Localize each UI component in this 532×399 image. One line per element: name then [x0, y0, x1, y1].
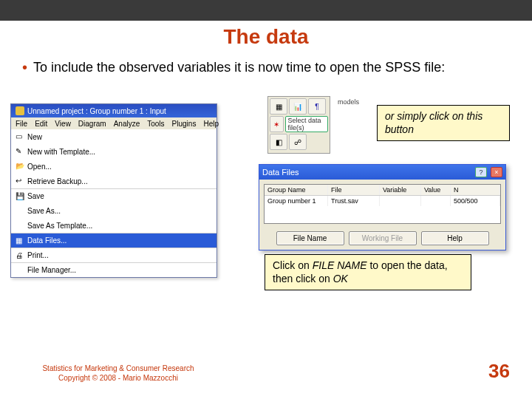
toolbar-button-calc[interactable]: ▦	[270, 98, 287, 115]
cell-value	[421, 196, 451, 206]
list-header: Group Name File Variable Value N	[265, 185, 500, 196]
file-menu-item-new-with-template[interactable]: New with Template...	[11, 144, 216, 159]
cell-n: 500/500	[451, 196, 500, 206]
menu-item-label: Save As...	[27, 207, 216, 215]
bullet-item: • To include the observed variables it i…	[22, 59, 510, 76]
menu-view[interactable]: View	[53, 120, 72, 128]
menu-item-label: Data Files...	[27, 236, 216, 245]
amos-window: Unnamed project : Group number 1 : Input…	[10, 103, 217, 278]
footer-credits: Statistics for Marketing & Consumer Rese…	[22, 364, 214, 383]
menu-item-label: Print...	[27, 251, 216, 259]
ic-print-icon	[13, 251, 27, 260]
callout2-ok: OK	[333, 273, 348, 284]
dialog-help-icon[interactable]: ?	[475, 167, 487, 177]
menu-item-label: Save As Template...	[27, 222, 216, 230]
col-file: File	[328, 185, 380, 195]
ic-new-icon	[13, 132, 27, 141]
menu-plugins[interactable]: Plugins	[171, 120, 198, 128]
menu-item-label: New with Template...	[27, 148, 216, 156]
file-menu-item-file-manager[interactable]: File Manager...	[11, 262, 216, 277]
ic-grid-icon	[13, 236, 27, 245]
file-name-button[interactable]: File Name	[276, 231, 344, 245]
slide-footer: Statistics for Marketing & Consumer Rese…	[22, 360, 510, 383]
file-menu-item-data-files[interactable]: Data Files...	[11, 233, 216, 248]
menu-analyze[interactable]: Analyze	[112, 120, 142, 128]
file-menu-item-save[interactable]: Save	[11, 188, 216, 203]
toolbar-button-text[interactable]: ¶	[308, 98, 326, 115]
ic-tmpl-icon	[13, 147, 27, 156]
ic-ret-icon	[13, 177, 27, 185]
bullet-text: To include the observed variables it is …	[33, 59, 445, 76]
menu-item-label: Retrieve Backup...	[27, 177, 216, 185]
data-files-titlebar: Data Files ? ×	[259, 165, 505, 180]
ic-save-icon	[13, 192, 27, 201]
menu-edit[interactable]: Edit	[33, 120, 49, 128]
menu-item-label: Save	[27, 192, 216, 200]
menu-item-label: File Manager...	[27, 266, 216, 274]
select-data-files-button[interactable]: Select data file(s)	[285, 116, 328, 132]
menu-diagram[interactable]: Diagram	[77, 120, 108, 128]
cell-variable	[380, 196, 421, 206]
file-menu-item-open[interactable]: Open...	[11, 159, 216, 174]
working-file-button: Working File	[349, 231, 417, 245]
bullet-marker: •	[22, 59, 27, 76]
toolbar-button-wand[interactable]: ✶	[270, 116, 284, 132]
data-files-list[interactable]: Group Name File Variable Value N Group n…	[264, 184, 501, 224]
models-label: models	[338, 98, 359, 106]
callout2-part1: Click on	[273, 259, 313, 271]
amos-titlebar: Unnamed project : Group number 1 : Input	[11, 104, 216, 117]
cell-group: Group number 1	[265, 196, 328, 206]
toolbar-fragment: models ▦ 📊 ¶ ✶ Select data file(s) ◧ ☍	[267, 96, 330, 154]
data-files-title-text: Data Files	[262, 168, 299, 177]
menu-file[interactable]: File	[14, 120, 29, 128]
toolbar-button-bars[interactable]: 📊	[289, 98, 307, 115]
page-number: 36	[488, 360, 510, 383]
col-n: N	[451, 185, 500, 195]
col-value: Value	[421, 185, 451, 195]
file-menu-item-retrieve-backup[interactable]: Retrieve Backup...	[11, 174, 216, 188]
col-variable: Variable	[380, 185, 421, 195]
app-icon	[16, 106, 24, 115]
toolbar-button-misc1[interactable]: ◧	[270, 134, 287, 150]
help-button[interactable]: Help	[421, 231, 489, 245]
col-group-name: Group Name	[265, 185, 328, 195]
footer-line1: Statistics for Marketing & Consumer Rese…	[22, 364, 214, 373]
callout-file-name: Click on FILE NAME to open the data, the…	[265, 254, 471, 290]
dialog-close-icon[interactable]: ×	[491, 167, 502, 177]
amos-menubar: File Edit View Diagram Analyze Tools Plu…	[11, 117, 216, 129]
menu-help[interactable]: Help	[202, 120, 220, 128]
file-menu-dropdown: NewNew with Template...Open...Retrieve B…	[11, 129, 216, 277]
amos-title-text: Unnamed project : Group number 1 : Input	[27, 107, 166, 115]
file-menu-item-print[interactable]: Print...	[11, 248, 216, 262]
toolbar-button-misc2[interactable]: ☍	[289, 134, 307, 150]
menu-item-label: Open...	[27, 163, 216, 171]
file-menu-item-save-as-template[interactable]: Save As Template...	[11, 218, 216, 233]
cell-file: Trust.sav	[328, 196, 380, 206]
file-menu-item-save-as[interactable]: Save As...	[11, 203, 216, 218]
slide-title: The data	[0, 25, 532, 49]
data-files-dialog: Data Files ? × Group Name File Variable …	[259, 164, 506, 250]
menu-tools[interactable]: Tools	[146, 120, 166, 128]
callout2-filename: FILE NAME	[313, 259, 367, 271]
menu-item-label: New	[27, 133, 216, 141]
callout-simply-click: or simply click on this button	[377, 105, 510, 141]
slide-top-bar	[0, 0, 532, 21]
file-menu-item-new[interactable]: New	[11, 129, 216, 144]
ic-open-icon	[13, 162, 27, 171]
footer-line2: Copyright © 2008 - Mario Mazzocchi	[22, 373, 214, 383]
list-row[interactable]: Group number 1 Trust.sav 500/500	[265, 196, 500, 206]
